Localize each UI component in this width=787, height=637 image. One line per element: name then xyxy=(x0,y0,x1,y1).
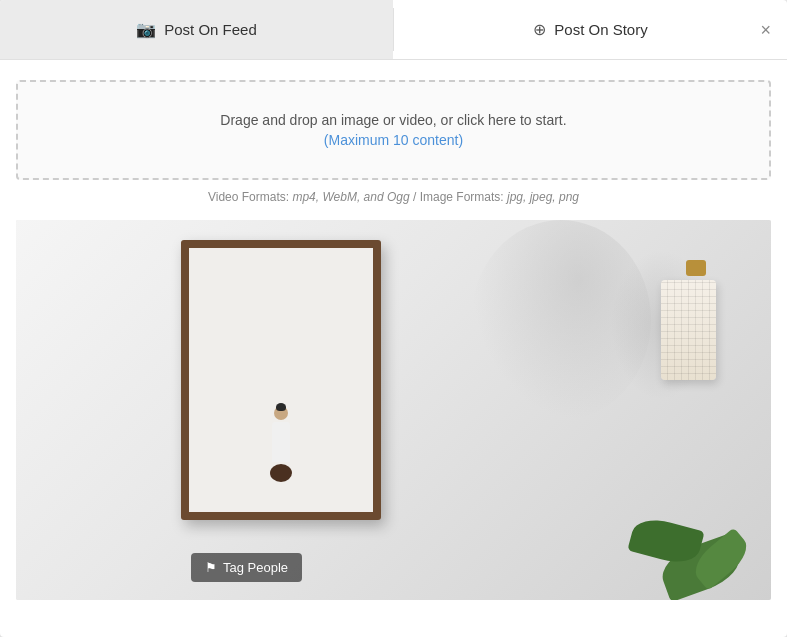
image-label: Image Formats: xyxy=(420,190,507,204)
tab-feed-label: Post On Feed xyxy=(164,21,257,38)
image-formats: jpg, jpeg, png xyxy=(507,190,579,204)
image-icon: 📷 xyxy=(136,20,156,39)
dropzone[interactable]: Drage and drop an image or video, or cli… xyxy=(16,80,771,180)
tag-people-button[interactable]: ⚑ Tag People xyxy=(191,553,302,582)
modal: 📷 Post On Feed ⊕ Post On Story × Drage a… xyxy=(0,0,787,637)
art-frame-outer xyxy=(181,240,381,520)
art-figure xyxy=(270,406,292,482)
tab-bar: 📷 Post On Feed ⊕ Post On Story × xyxy=(0,0,787,60)
tag-icon: ⚑ xyxy=(205,560,217,575)
plus-circle-icon: ⊕ xyxy=(533,20,546,39)
tab-story-label: Post On Story xyxy=(554,21,647,38)
separator: / xyxy=(410,190,420,204)
image-preview-canvas: ⚑ Tag People xyxy=(16,220,771,600)
figure-basket xyxy=(270,464,292,482)
tab-feed[interactable]: 📷 Post On Feed xyxy=(0,0,393,59)
figure-head xyxy=(274,406,288,420)
bag-body xyxy=(661,280,716,380)
bag-hook xyxy=(686,260,706,276)
art-frame xyxy=(181,240,381,520)
close-button[interactable]: × xyxy=(756,17,775,43)
plant-area xyxy=(601,480,761,600)
modal-body: Drage and drop an image or video, or cli… xyxy=(0,60,787,616)
video-formats: mp4, WebM, and Ogg xyxy=(292,190,409,204)
dropzone-main-text: Drage and drop an image or video, or cli… xyxy=(38,112,749,128)
figure-body xyxy=(272,422,290,462)
tab-story[interactable]: ⊕ Post On Story xyxy=(394,0,787,59)
bag-mesh xyxy=(661,280,716,380)
figure-hair xyxy=(276,403,286,411)
art-frame-inner xyxy=(189,248,373,512)
video-label: Video Formats: xyxy=(208,190,292,204)
tag-people-label: Tag People xyxy=(223,560,288,575)
image-preview-container: ⚑ Tag People xyxy=(16,220,771,600)
dropzone-sub-text: (Maximum 10 content) xyxy=(38,132,749,148)
format-info: Video Formats: mp4, WebM, and Ogg / Imag… xyxy=(16,190,771,204)
hanging-bag xyxy=(661,260,731,380)
